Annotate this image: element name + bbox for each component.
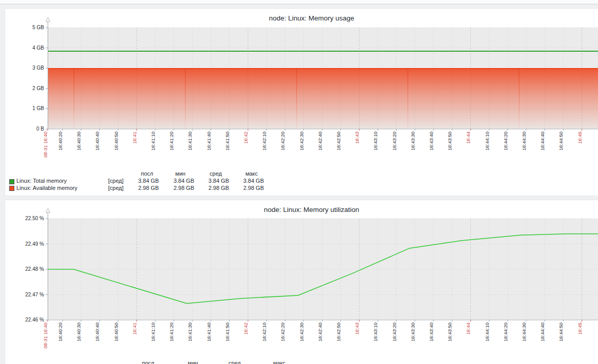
legend-swatch [9, 186, 14, 191]
x-axis-label: 16:43:40 [428, 132, 435, 151]
y-axis-label: 0 B [8, 126, 44, 132]
legend-series-name: Linux: Total memory [16, 178, 67, 184]
legend-column-header: посл [141, 170, 153, 177]
x-axis-label: 16:42:10 [261, 323, 267, 341]
x-axis-label: 16:45 [577, 132, 583, 144]
x-axis-label: 16:43:20 [391, 323, 398, 341]
y-axis-label: 5 GB [8, 25, 44, 31]
x-axis-label: 16:40:40 [94, 132, 100, 151]
x-axis-label: 16:43:30 [410, 132, 416, 151]
x-axis-label: 16:41:40 [206, 132, 212, 151]
x-axis-label: 16:42:20 [280, 323, 286, 341]
memory-usage-plot-area[interactable] [48, 28, 598, 129]
legend-stat-value: 2.98 GB [158, 185, 194, 191]
x-axis-label: 16:43:50 [447, 323, 453, 341]
x-axis-label: 16:41:30 [187, 323, 193, 341]
x-axis-origin-label: 08-31 16:40 [43, 323, 49, 349]
x-axis-label: 16:41:10 [150, 323, 156, 341]
y-axis-label: 3 GB [8, 65, 44, 71]
legend-stat-value: 3.84 GB [123, 178, 159, 184]
legend-stat-value: 2.98 GB [193, 185, 229, 191]
x-axis-label: 16:40:30 [76, 323, 82, 341]
x-axis-label: 16:40:30 [76, 132, 82, 151]
x-axis-label: 16:42 [243, 132, 249, 144]
x-axis-label: 16:41:50 [224, 323, 231, 341]
x-axis-label: 16:42:40 [317, 132, 323, 151]
y-axis-label: 2 GB [8, 85, 44, 92]
x-axis-label: 16:40:20 [57, 132, 64, 151]
y-axis-label: 22.46 % [8, 317, 44, 323]
x-axis-label: 16:41:10 [150, 132, 156, 151]
y-axis-label: 22.50 % [8, 216, 44, 222]
x-axis-label: 16:43 [354, 323, 360, 335]
y-axis-label: 22.49 % [8, 241, 44, 247]
x-axis-label: 16:41:20 [169, 323, 175, 341]
x-axis-label: 16:44:50 [558, 132, 564, 151]
legend-series-name: Linux: Available memory [16, 185, 77, 191]
legend-column-header: макс [273, 360, 285, 364]
legend-stat-value: 3.84 GB [228, 178, 264, 184]
chart-title-memory-utilization: node: Linux: Memory utilization [264, 206, 359, 213]
x-axis-label: 16:44:50 [558, 323, 564, 341]
x-axis-origin-label: 08-31 16:40 [43, 132, 49, 158]
x-axis-label: 16:43:20 [391, 132, 398, 151]
legend-column-header: макс [245, 170, 258, 177]
x-axis-label: 16:41 [132, 323, 138, 335]
memory-utilization-plot-area[interactable] [48, 219, 598, 320]
x-axis-label: 16:41:30 [187, 132, 193, 151]
memory-usage-graph-widget: node: Linux: Memory usage 5 GB4 GB3 GB2 … [5, 8, 598, 196]
y-axis-label: 22.47 % [8, 292, 44, 298]
x-axis-label: 16:44:10 [484, 323, 490, 341]
legend-stat-value: 2.98 GB [123, 185, 159, 191]
x-axis-label: 16:43 [354, 132, 360, 144]
x-axis-label: 16:41:40 [206, 323, 212, 341]
x-axis-label: 16:44 [465, 323, 471, 335]
x-axis-label: 16:43:10 [373, 132, 379, 151]
x-axis-label: 16:42:40 [317, 323, 323, 341]
x-axis-label: 16:45 [577, 323, 583, 335]
y-axis-label: 4 GB [8, 45, 44, 51]
x-axis-label: 16:42:20 [280, 132, 286, 151]
x-axis-label: 16:43:30 [410, 323, 416, 341]
x-axis-label: 16:44:30 [521, 132, 527, 151]
memory-utilization-graph-widget: node: Linux: Memory utilization 22.50 %2… [5, 200, 598, 364]
x-axis-label: 16:42:30 [299, 132, 305, 151]
page-header-strip [0, 0, 598, 5]
legend-stat-value: 3.84 GB [193, 178, 229, 184]
legend-aggregation: [сред] [93, 185, 123, 191]
legend-column-header: мин [175, 170, 185, 177]
x-axis-label: 16:44:10 [484, 132, 490, 151]
x-axis-label: 16:42:30 [299, 323, 305, 341]
y-axis-label: 1 GB [8, 105, 44, 112]
x-axis-label: 16:40:20 [57, 323, 64, 341]
x-axis-label: 16:42:50 [336, 323, 342, 341]
legend-column-header: сред [229, 360, 241, 364]
x-axis-label: 16:42 [243, 323, 249, 335]
legend-stat-value: 3.84 GB [158, 178, 194, 184]
legend-column-header: сред [210, 170, 222, 177]
x-axis-label: 16:44 [465, 132, 471, 144]
x-axis-label: 16:41:20 [169, 132, 175, 151]
chart-title-memory-usage: node: Linux: Memory usage [269, 14, 355, 22]
legend-column-header: посл [142, 360, 154, 364]
x-axis-label: 16:44:20 [503, 132, 509, 151]
legend-swatch [9, 179, 14, 184]
x-axis-label: 16:44:40 [540, 323, 546, 341]
x-axis-label: 16:44:30 [521, 323, 527, 341]
x-axis-label: 16:43:50 [447, 132, 453, 151]
x-axis-label: 16:43:40 [428, 323, 435, 341]
x-axis-label: 16:40:50 [113, 132, 119, 151]
legend-column-header: мин [188, 360, 198, 364]
x-axis-label: 16:44:20 [503, 323, 509, 341]
x-axis-label: 16:40:40 [94, 323, 100, 341]
legend-aggregation: [сред] [93, 178, 123, 184]
x-axis-label: 16:41:50 [224, 132, 231, 151]
y-axis-label: 22.48 % [8, 266, 44, 272]
x-axis-label: 16:41 [132, 132, 138, 144]
x-axis-label: 16:40:50 [113, 323, 119, 341]
x-axis-label: 16:42:10 [261, 132, 267, 151]
x-axis-label: 16:44:40 [540, 132, 546, 151]
x-axis-label: 16:42:50 [336, 132, 342, 151]
x-axis-label: 16:43:10 [373, 323, 379, 341]
legend-stat-value: 2.98 GB [228, 185, 264, 191]
